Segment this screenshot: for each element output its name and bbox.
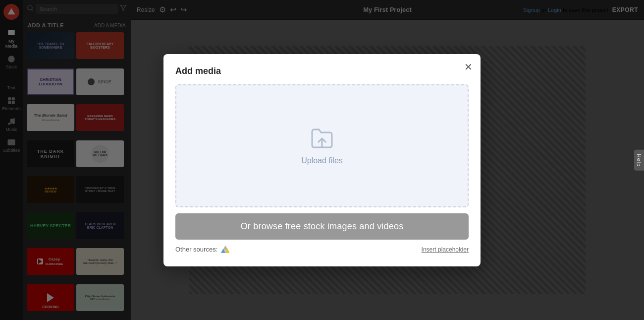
svg-marker-14 bbox=[223, 245, 228, 249]
add-media-modal: Add media ✕ Upload files Or browse free … bbox=[163, 54, 481, 266]
other-sources-row: Other sources: Insert placeholder bbox=[175, 245, 469, 255]
help-tab[interactable]: Help bbox=[634, 149, 644, 171]
modal-title: Add media bbox=[175, 66, 469, 76]
other-sources-left: Other sources: bbox=[175, 245, 230, 255]
modal-close-button[interactable]: ✕ bbox=[464, 62, 473, 72]
insert-placeholder-link[interactable]: Insert placeholder bbox=[422, 246, 469, 253]
upload-label: Upload files bbox=[301, 156, 343, 165]
upload-area[interactable]: Upload files bbox=[175, 84, 469, 207]
modal-overlay[interactable]: Add media ✕ Upload files Or browse free … bbox=[0, 0, 644, 320]
upload-icon bbox=[310, 127, 334, 152]
google-drive-icon[interactable] bbox=[220, 245, 230, 255]
other-sources-label: Other sources: bbox=[175, 246, 217, 253]
browse-stock-button[interactable]: Or browse free stock images and videos bbox=[175, 213, 469, 240]
